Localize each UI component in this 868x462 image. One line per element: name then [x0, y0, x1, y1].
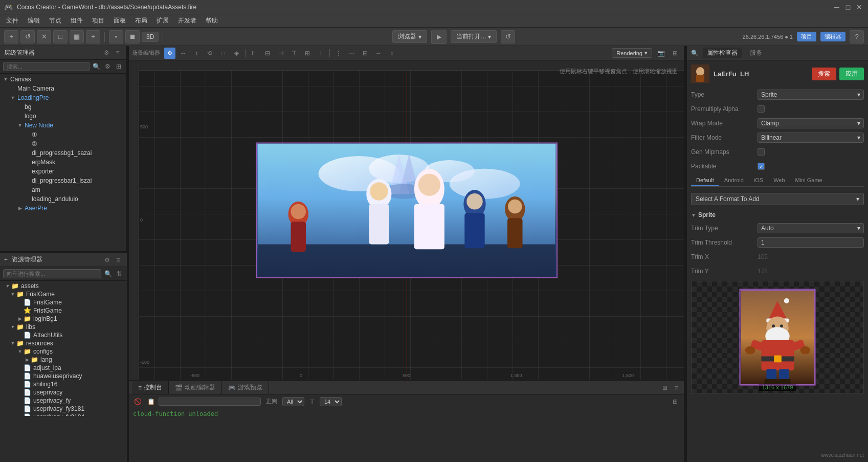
tree-item-aaerpre[interactable]: ▶ AaerPre [0, 204, 126, 213]
menu-project[interactable]: 项目 [88, 15, 108, 26]
distribute-h[interactable]: ⋮ [333, 48, 344, 59]
tab-inspector[interactable]: 属性检查器 [703, 48, 742, 58]
assets-item-resources[interactable]: ▼ 📁 resources [0, 339, 127, 347]
prop-filter-select[interactable]: Bilinear ▾ [758, 133, 864, 143]
tree-item-2[interactable]: ② [0, 139, 126, 148]
assets-search-input[interactable] [3, 269, 101, 278]
console-expand-btn[interactable]: ⊞ [660, 383, 670, 392]
assets-item-fristgame-folder[interactable]: ▼ 📁 FristGame [0, 290, 127, 298]
canvas-arrow[interactable]: ▼ [2, 76, 9, 83]
platform-tab-default[interactable]: Default [691, 175, 719, 186]
tree-item-loadingpre[interactable]: ▼ LoadingPre [0, 93, 126, 102]
assets-view-btn[interactable]: ≡ [114, 255, 123, 265]
tree-item-main-camera[interactable]: Main Camera [0, 84, 126, 93]
platform-tab-minigame[interactable]: Mini Game [790, 175, 828, 186]
scene-main-image[interactable] [256, 142, 558, 278]
toolbar-refresh-btn[interactable]: ↺ [20, 30, 35, 43]
help-btn[interactable]: ? [850, 30, 864, 43]
scene-tool-move[interactable]: ✥ [164, 48, 175, 59]
align-right[interactable]: ⊣ [275, 48, 286, 59]
project-btn[interactable]: 项目 [797, 32, 816, 41]
menu-panel[interactable]: 面板 [109, 15, 130, 26]
scene-tool-hand[interactable]: ↔ [177, 48, 189, 59]
assets-sort-btn[interactable]: ⇅ [115, 269, 124, 278]
tree-item-logo[interactable]: logo [0, 112, 126, 121]
toolbar-add-btn[interactable]: + [4, 30, 18, 43]
toolbar-plus2-btn[interactable]: + [86, 30, 100, 43]
console-clear-btn[interactable]: 🚫 [132, 397, 143, 407]
browser-dropdown[interactable]: 浏览器 ▾ [392, 30, 427, 43]
align-center-h[interactable]: ⊟ [262, 48, 273, 59]
align-extra1[interactable]: ⊟ [360, 48, 371, 59]
assets-item-useprivacy-fy3181[interactable]: 📄 useprivacy_fy3181 [0, 405, 127, 413]
assets-item-useprivacy-fy3184[interactable]: 📄 useprivacy_fy3184 [0, 413, 127, 416]
play-button[interactable]: ▶ [431, 30, 447, 44]
assets-search-btn[interactable]: 🔍 [103, 269, 113, 278]
menu-extension[interactable]: 扩展 [152, 15, 173, 26]
toolbar-play-stop-btn[interactable]: ⏹ [125, 30, 140, 43]
tree-item-canvas[interactable]: ▼ Canvas [0, 75, 126, 84]
align-bottom[interactable]: ⊥ [315, 48, 326, 59]
scene-tool-scale[interactable]: ⟲ [204, 48, 215, 59]
scene-tool-rotate[interactable]: ↕ [191, 48, 202, 59]
toolbar-grid-btn[interactable]: ▦ [70, 30, 84, 43]
tree-item-bg[interactable]: bg [0, 102, 126, 112]
assets-item-adjust-ipa[interactable]: 📄 adjust_ipa [0, 364, 127, 372]
assets-item-configs[interactable]: ▼ 📁 configs [0, 347, 127, 356]
assets-item-loginbg1[interactable]: ▶ 📁 loginBg1 [0, 315, 127, 323]
platform-tab-android[interactable]: Android [719, 175, 749, 186]
window-controls[interactable]: ─ □ ✕ [832, 3, 864, 12]
platform-tab-ios[interactable]: iOS [749, 175, 768, 186]
tree-item-am[interactable]: am [0, 185, 126, 194]
console-filter-select[interactable]: All [282, 397, 304, 406]
assets-settings-btn[interactable]: ⚙ [102, 255, 112, 265]
hierarchy-settings[interactable]: ⚙ [102, 48, 111, 57]
prop-packable-checkbox[interactable] [758, 163, 765, 170]
hierarchy-collapse[interactable]: ≡ [113, 48, 122, 57]
menu-layout[interactable]: 布局 [131, 15, 151, 26]
align-extra3[interactable]: ↕ [386, 48, 397, 59]
assets-item-fristgame-star[interactable]: ⭐ FristGame [0, 306, 127, 315]
rendering-dropdown[interactable]: Rendering ▾ [612, 48, 652, 58]
new-node-arrow[interactable]: ▼ [16, 122, 24, 129]
tree-item-erpmask[interactable]: erpMask [0, 158, 126, 167]
menu-file[interactable]: 文件 [2, 15, 23, 26]
tree-item-progressbg[interactable]: di_progressbg1_sazai [0, 148, 126, 158]
platform-tab-web[interactable]: Web [768, 175, 790, 186]
hierarchy-search-input[interactable] [3, 62, 90, 71]
menu-edit[interactable]: 编辑 [24, 15, 44, 26]
search-settings-btn[interactable]: ⚙ [103, 62, 112, 71]
assets-add-btn[interactable]: + [4, 256, 8, 263]
aaerpre-arrow[interactable]: ▶ [16, 205, 24, 212]
scene-more-btn[interactable]: ⊞ [670, 48, 681, 59]
save-btn[interactable]: 应用 [839, 68, 864, 80]
camera-icon[interactable]: 📷 [655, 48, 666, 59]
tree-item-loading[interactable]: loading_anduluio [0, 194, 126, 204]
scene-tool-anchor[interactable]: ◈ [231, 48, 242, 59]
loadingpre-arrow[interactable]: ▼ [9, 94, 16, 101]
align-center-v[interactable]: ⊞ [302, 48, 313, 59]
toolbar-maximize-btn[interactable]: □ [53, 30, 68, 43]
assets-item-lang[interactable]: ▶ 📁 lang [0, 356, 127, 364]
search-btn[interactable]: 🔍 [92, 62, 101, 71]
assets-item-fristgame-js[interactable]: 📄 FristGame [0, 298, 127, 306]
align-top[interactable]: ⊤ [288, 48, 300, 59]
assets-item-libs[interactable]: ▼ 📁 libs [0, 323, 127, 331]
menu-node[interactable]: 节点 [45, 15, 65, 26]
tab-animation[interactable]: 🎬 动画编辑器 [169, 381, 222, 394]
prop-trim-type-select[interactable]: Auto ▾ [758, 223, 864, 233]
open-dropdown[interactable]: 当前打开... ▾ [451, 30, 497, 43]
assets-item-useprivacy-fy[interactable]: 📄 useprivacy_fy [0, 397, 127, 405]
tab-service[interactable]: 服务 [746, 48, 766, 58]
assets-item-useprivacy[interactable]: 📄 useprivacy [0, 388, 127, 397]
tree-item-new-node[interactable]: ▼ New Node [0, 121, 126, 130]
console-fullscreen-btn[interactable]: ⊞ [670, 397, 681, 407]
tab-console[interactable]: ≡ 控制台 [132, 381, 169, 394]
console-fontsize-select[interactable]: 14 [320, 397, 342, 406]
minimize-button[interactable]: ─ [832, 3, 841, 12]
format-dropdown[interactable]: Select A Format To Add ▾ [691, 193, 864, 205]
menu-developer[interactable]: 开发者 [174, 15, 201, 26]
assets-item-assets[interactable]: ▼ 📁 assets [0, 282, 127, 290]
scene-canvas[interactable]: 使用鼠标右键平移视窗焦点，使用滚轮缩放视图 500 [129, 60, 684, 380]
prop-genmipmaps-checkbox[interactable] [758, 148, 765, 156]
